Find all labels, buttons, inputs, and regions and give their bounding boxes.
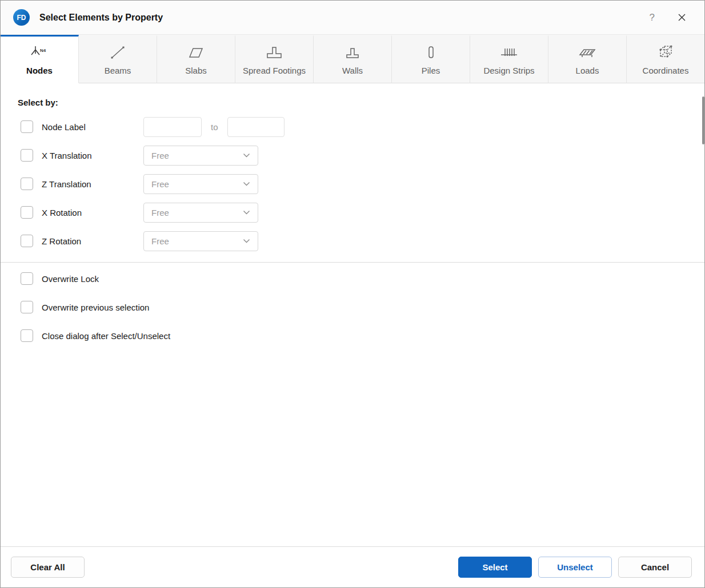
chevron-down-icon [243,239,250,243]
close-button[interactable] [674,10,690,25]
design-strips-icon [499,42,519,61]
clear-all-button[interactable]: Clear All [11,557,85,578]
z-translation-label: Z Translation [42,179,143,189]
tab-label: Piles [422,66,440,75]
app-logo: FD [13,9,30,26]
tab-nodes[interactable]: N4 Nodes [1,35,79,83]
x-translation-select[interactable]: Free [143,146,258,166]
overwrite-previous-checkbox[interactable] [21,301,33,313]
close-icon [678,13,686,22]
x-rotation-label: X Rotation [42,208,143,218]
options-section: Overwrite Lock Overwrite previous select… [1,264,704,350]
chevron-down-icon [243,153,250,158]
node-label-row: Node Label to [1,112,704,141]
section-divider [1,262,704,263]
scrollbar-thumb[interactable] [702,96,704,144]
close-dialog-checkbox[interactable] [21,329,33,342]
overwrite-previous-row: Overwrite previous selection [1,293,704,321]
pile-icon [422,42,440,61]
tab-label: Walls [342,66,363,75]
tab-beams[interactable]: Beams [79,35,157,83]
z-rotation-checkbox[interactable] [21,235,33,247]
z-rotation-select[interactable]: Free [143,231,258,251]
z-rotation-row: Z Rotation Free [1,227,704,255]
select-elements-dialog: FD Select Elements by Property ? N4 Node… [0,0,705,588]
select-value: Free [151,179,169,189]
select-value: Free [151,151,169,160]
tab-label: Nodes [26,66,53,75]
select-by-heading: Select by: [18,98,704,108]
node-label-to-input[interactable] [227,117,285,137]
wall-icon [343,42,362,61]
help-button[interactable]: ? [645,10,659,26]
z-translation-row: Z Translation Free [1,170,704,198]
range-to-label: to [211,122,218,132]
unselect-button[interactable]: Unselect [538,557,612,578]
x-rotation-checkbox[interactable] [21,206,33,219]
chevron-down-icon [243,182,250,186]
beam-icon [109,42,127,61]
tab-piles[interactable]: Piles [392,35,470,83]
dialog-title: Select Elements by Property [39,13,163,23]
loads-icon [578,42,597,61]
titlebar: FD Select Elements by Property ? [1,1,704,35]
tab-slabs[interactable]: Slabs [157,35,235,83]
tab-label: Spread Footings [243,66,306,75]
overwrite-lock-label: Overwrite Lock [42,274,99,284]
close-dialog-label: Close dialog after Select/Unselect [42,331,170,341]
x-translation-checkbox[interactable] [21,149,33,162]
tab-spread-footings[interactable]: Spread Footings [235,35,314,83]
tab-strip: N4 Nodes Beams Slabs [1,35,704,83]
tab-label: Design Strips [483,66,534,75]
close-dialog-row: Close dialog after Select/Unselect [1,321,704,350]
z-translation-select[interactable]: Free [143,174,258,194]
nodes-icon: N4 [29,42,50,61]
overwrite-previous-label: Overwrite previous selection [42,303,149,312]
coordinates-icon [656,42,675,61]
tab-coordinates[interactable]: Coordinates [627,35,704,83]
select-value: Free [151,236,169,246]
x-translation-label: X Translation [42,151,143,160]
tab-label: Slabs [185,66,207,75]
dialog-body: Select by: Node Label to X Translation F… [1,83,704,546]
node-label-text: Node Label [42,122,143,132]
z-translation-checkbox[interactable] [21,178,33,190]
overwrite-lock-row: Overwrite Lock [1,264,704,293]
node-label-from-input[interactable] [143,117,202,137]
slab-icon [187,42,205,61]
z-rotation-label: Z Rotation [42,236,143,246]
dialog-footer: Clear All Select Unselect Cancel [1,546,704,587]
node-label-checkbox[interactable] [21,120,33,133]
tab-walls[interactable]: Walls [314,35,392,83]
select-value: Free [151,208,169,218]
svg-text:N4: N4 [40,48,46,53]
tab-loads[interactable]: Loads [548,35,627,83]
cancel-button[interactable]: Cancel [618,557,692,578]
spread-footing-icon [265,42,284,61]
overwrite-lock-checkbox[interactable] [21,272,33,285]
x-rotation-row: X Rotation Free [1,198,704,227]
select-button[interactable]: Select [458,557,532,578]
tab-design-strips[interactable]: Design Strips [470,35,548,83]
tab-label: Beams [105,66,131,75]
x-rotation-select[interactable]: Free [143,203,258,223]
tab-label: Coordinates [643,66,689,75]
x-translation-row: X Translation Free [1,141,704,170]
chevron-down-icon [243,210,250,215]
tab-label: Loads [576,66,599,75]
